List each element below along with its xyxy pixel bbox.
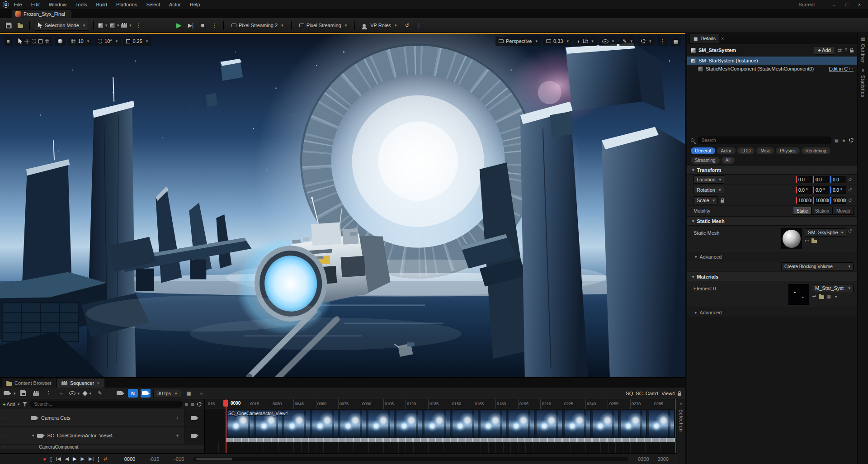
previous-key-button[interactable]: ◀ [65,456,69,462]
filmstrip-thumbnail[interactable] [562,410,590,438]
filter-all[interactable]: All [722,157,735,164]
select-tool-icon[interactable] [18,38,22,44]
scale-z-field[interactable]: 100000 [830,197,846,204]
reset-rotation-icon[interactable]: ↺ [846,187,854,193]
camera-section-bar[interactable] [226,438,675,442]
filter-actor[interactable]: Actor [717,147,736,154]
add-camera-cut-icon[interactable]: + [174,415,182,421]
help-icon[interactable]: ? [844,47,847,53]
stop-button[interactable]: ■ [198,20,208,31]
play-button[interactable]: ▶ [73,456,76,462]
play-button[interactable]: ▶ [174,20,184,31]
static-mesh-thumbnail[interactable] [781,228,802,249]
track-row-cine-camera[interactable]: ◦◦◦ ▾ SC_CineCameraActor_View4 + [0,427,204,445]
filmstrip-thumbnail[interactable] [534,410,562,438]
toolbar-options-icon[interactable]: ⋮ [133,20,143,31]
section-transform[interactable]: ▾Transform [687,165,857,175]
reset-location-icon[interactable]: ↺ [846,177,854,183]
edit-in-cpp-link[interactable]: Edit in C++ [829,66,854,71]
surface-snap-icon[interactable] [55,37,66,46]
next-key-button[interactable]: ▶ [81,456,85,462]
use-selected-icon[interactable]: ↩ [812,294,816,299]
filmstrip[interactable] [226,410,675,438]
menu-item-platforms[interactable]: Platforms [112,2,141,7]
brush-dropdown[interactable]: ✎▾ [619,37,636,46]
reset-static-mesh-icon[interactable]: ↺ [846,228,854,249]
shot-lock-icon[interactable] [678,393,681,396]
tab-outliner[interactable]: ▦ Outliner [860,37,866,63]
menu-item-edit[interactable]: Edit [27,2,44,7]
rotation-dropdown[interactable]: Rotation▾ [693,186,724,194]
filmstrip-thumbnail[interactable] [394,410,422,438]
maximize-viewport-icon[interactable]: ▦ [670,37,681,46]
to-front-button[interactable]: |◀ [56,456,61,462]
sequencer-options-icon[interactable]: ⋮ [44,388,54,399]
show-flags-dropdown[interactable]: ▾ [599,37,618,46]
playhead-line[interactable] [226,399,226,453]
menu-item-tools[interactable]: Tools [71,2,91,7]
filmstrip-thumbnail[interactable] [506,410,534,438]
scale-lock-icon[interactable] [721,200,724,203]
camera-lock-icon[interactable] [115,388,125,399]
component-tree-root[interactable]: SM_StarSystem (Instance) [687,57,857,65]
menu-item-build[interactable]: Build [92,2,111,7]
curves-icon[interactable]: ≈ [197,388,207,399]
rotation-y-field[interactable]: 0.0 ° [813,186,829,194]
location-dropdown[interactable]: Location▾ [693,175,724,184]
texture-options-icon[interactable]: ▦ [827,294,831,299]
thumbnail-options-icon[interactable]: ▦ [184,388,194,399]
filter-tracks-icon[interactable] [23,402,28,407]
static-mesh-advanced-expander[interactable]: ▾Advanced [687,252,857,261]
auto-key-icon[interactable]: ✎ [95,388,105,399]
save-sequence-icon[interactable] [19,388,28,399]
filmstrip-thumbnail[interactable] [590,410,618,438]
menu-item-select[interactable]: Select [142,2,164,7]
create-blocking-volume-dropdown[interactable]: Create Blocking Volume▾ [781,262,854,270]
grid-view-icon[interactable]: ▦ [190,402,194,407]
perspective-dropdown[interactable]: Perspective▾ [495,37,541,46]
track-row-camera-cuts[interactable]: ◦◦◦ Camera Cuts + [0,409,204,427]
mobility-static[interactable]: Static [793,207,811,215]
pixel-streaming-2-dropdown[interactable]: Pixel Streaming 2 ▾ [228,20,287,31]
revision-control-icon[interactable]: ↺ [402,20,412,31]
filmstrip-thumbnail[interactable] [646,410,674,438]
scale-tool-icon[interactable] [38,39,42,43]
favorites-icon[interactable]: ★ [842,138,846,143]
editor-mode-dropdown[interactable]: Selection Mode ▾ [34,20,89,31]
view-mode-dropdown[interactable]: ◐ Lit▾ [574,37,597,46]
play-options-icon[interactable]: ⋮ [209,20,219,31]
render-movie-icon[interactable] [31,388,41,399]
material-thumbnail[interactable] [788,284,809,305]
pilot-cine-camera-button[interactable] [184,427,204,444]
filter-physics[interactable]: Physics [776,147,799,154]
track-search-input[interactable] [30,401,183,407]
screen-percentage-control[interactable]: 0.33▾ [543,37,572,46]
reset-scale-icon[interactable]: ↺ [846,198,854,204]
pilot-camera-button[interactable] [141,389,151,398]
use-selected-icon[interactable]: ↩ [805,238,809,244]
component-tree-child[interactable]: StaticMeshComponent (StaticMeshComponent… [687,65,857,73]
loop-button[interactable]: ⇄ [103,456,107,462]
keyframe-all-button[interactable]: N [128,389,138,398]
layout-icon[interactable]: ⋮ [657,37,668,46]
menu-item-window[interactable]: Window [45,2,71,7]
track-row-camera-component[interactable]: ◦◦ CameraComponent [0,445,204,450]
location-y-field[interactable]: 0.0 [813,176,829,183]
blueprints-button[interactable]: ▾ [109,20,119,31]
show-options-icon[interactable]: ▾ [69,388,80,399]
rotation-x-field[interactable]: 0.0 ° [796,186,812,194]
content-icon[interactable] [15,20,25,31]
scale-y-field[interactable]: 100000 [813,197,829,204]
current-frame-field[interactable]: 0000 [124,456,135,462]
tab-content-browser[interactable]: Content Browser [2,379,56,388]
close-sequencer-icon[interactable]: × [97,380,99,386]
timeline-ruler[interactable]: -015 0015 0030 0045 0060 0075 0090 0105 … [205,399,677,409]
record-button[interactable]: ● [43,456,46,462]
filter-rendering[interactable]: Rendering [802,147,830,154]
to-end-button[interactable]: ▶| [89,456,94,462]
minimize-button[interactable]: – [828,2,840,7]
rotation-snap-control[interactable]: 10°▾ [94,37,121,46]
close-details-icon[interactable]: × [721,36,724,41]
filmstrip-thumbnail[interactable] [618,410,646,438]
maximize-button[interactable]: □ [841,2,853,7]
